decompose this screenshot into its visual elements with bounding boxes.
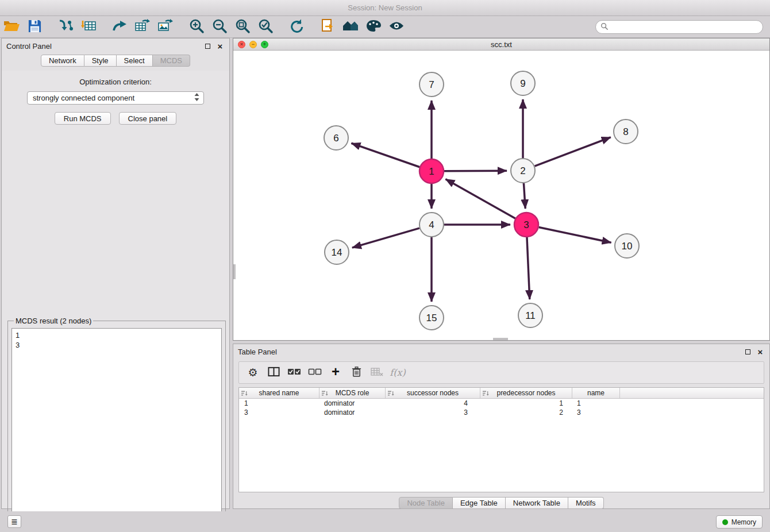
apply-layout-button[interactable]	[285, 17, 308, 37]
clipboard-button[interactable]	[316, 17, 339, 37]
function-builder-button[interactable]: f(x)	[388, 364, 407, 381]
memory-button[interactable]: Memory	[716, 515, 763, 529]
mcds-result-list[interactable]: 1 3	[11, 328, 222, 529]
close-panel-button[interactable]: ×	[215, 41, 225, 51]
node-label: 3	[523, 219, 529, 230]
column-header-successor-nodes[interactable]: successor nodes	[386, 388, 480, 398]
table-toolbar: ⚙ +	[238, 361, 764, 384]
optimization-criterion-dropdown[interactable]: strongly connected component	[27, 91, 204, 105]
import-table-button[interactable]	[77, 17, 100, 37]
export-image-button[interactable]	[154, 17, 177, 37]
show-hide-button[interactable]	[385, 17, 408, 37]
close-panel-action-button[interactable]: Close panel	[119, 112, 177, 125]
edge-4-14[interactable]	[352, 228, 419, 248]
node-10[interactable]: 10	[615, 234, 639, 258]
tab-style[interactable]: Style	[84, 55, 117, 67]
sort-icon	[322, 390, 328, 398]
table-panel-title: Table Panel	[238, 348, 740, 356]
zoom-fit-icon	[234, 18, 251, 36]
search-input[interactable]	[611, 23, 758, 31]
edge-2-3[interactable]	[523, 183, 525, 209]
minimize-window-button[interactable]: −	[249, 41, 257, 48]
node-14[interactable]: 14	[325, 240, 349, 264]
import-network-button[interactable]	[54, 17, 77, 37]
node-4[interactable]: 4	[419, 213, 444, 237]
float-panel-button[interactable]	[203, 41, 212, 51]
main-toolbar	[0, 16, 770, 38]
zoom-selected-button[interactable]	[254, 17, 277, 37]
zoom-out-button[interactable]	[208, 17, 231, 37]
run-mcds-button[interactable]: Run MCDS	[55, 112, 111, 125]
tab-motifs[interactable]: Motifs	[568, 497, 604, 509]
tab-node-table[interactable]: Node Table	[399, 497, 453, 509]
home-icon	[342, 19, 359, 34]
node-1[interactable]: 1	[419, 159, 444, 183]
network-canvas[interactable]: 7968124314101511	[233, 51, 769, 340]
node-3[interactable]: 3	[514, 213, 538, 237]
edge-3-1[interactable]	[445, 179, 515, 218]
zoom-in-button[interactable]	[185, 17, 208, 37]
memory-status-icon	[722, 519, 728, 525]
table-settings-button[interactable]: ⚙	[244, 364, 262, 381]
node-15[interactable]: 15	[419, 306, 444, 330]
edge-2-8[interactable]	[535, 137, 611, 166]
deselect-all-button[interactable]	[306, 364, 324, 381]
plus-icon: +	[332, 365, 340, 379]
task-history-button[interactable]: ≣	[7, 515, 21, 528]
open-session-button[interactable]	[0, 17, 23, 37]
float-table-panel-button[interactable]	[743, 347, 752, 356]
export-table-button[interactable]	[131, 17, 154, 37]
export-network-button[interactable]	[108, 17, 131, 37]
tab-network-table[interactable]: Network Table	[506, 497, 568, 509]
result-line: 3	[16, 340, 218, 350]
cell-mcds-role: dominator	[319, 399, 386, 407]
node-7[interactable]: 7	[419, 72, 444, 97]
close-table-panel-button[interactable]: ×	[756, 347, 765, 356]
home-button[interactable]	[339, 17, 362, 37]
column-header-mcds-role[interactable]: MCDS role	[319, 388, 386, 398]
edge-1-6[interactable]	[351, 143, 419, 167]
open-folder-icon	[3, 19, 20, 34]
node-11[interactable]: 11	[518, 303, 542, 327]
column-header-name[interactable]: name	[572, 388, 620, 398]
node-6[interactable]: 6	[324, 126, 348, 150]
edge-3-11[interactable]	[527, 237, 530, 299]
add-column-button[interactable]: +	[326, 364, 345, 381]
node-8[interactable]: 8	[614, 119, 638, 144]
style-button[interactable]	[362, 17, 385, 37]
tab-network[interactable]: Network	[41, 55, 84, 67]
cell-mcds-role: dominator	[319, 408, 386, 417]
select-all-button[interactable]	[285, 364, 303, 381]
node-9[interactable]: 9	[511, 71, 535, 95]
toolbar-search-field[interactable]	[595, 20, 763, 34]
table-row[interactable]: 3 dominator 3 2 3	[239, 408, 764, 417]
column-header-predecessor-nodes[interactable]: predecessor nodes	[480, 388, 572, 398]
cell-successor-nodes: 4	[386, 399, 480, 407]
delete-table-button[interactable]	[368, 364, 386, 381]
column-header-shared-name[interactable]: shared name	[239, 388, 319, 398]
tab-mcds[interactable]: MCDS	[153, 55, 190, 67]
node-label: 9	[520, 78, 525, 89]
delete-column-button[interactable]	[347, 364, 365, 381]
zoom-fit-button[interactable]	[231, 17, 254, 37]
cell-name: 1	[572, 399, 620, 407]
node-label: 10	[622, 241, 633, 252]
close-window-button[interactable]: ×	[238, 41, 245, 48]
deselect-all-checkboxes-icon	[308, 368, 322, 377]
node-2[interactable]: 2	[511, 159, 535, 183]
vertical-scrollbar-handle[interactable]	[233, 264, 236, 279]
node-label: 6	[333, 133, 338, 144]
network-window-titlebar[interactable]: × − + scc.txt	[233, 38, 769, 51]
table-row[interactable]: 1 dominator 4 1 1	[239, 399, 764, 408]
edge-3-10[interactable]	[539, 228, 611, 243]
application-window: Session: New Session	[0, 0, 770, 532]
cell-predecessor-nodes: 1	[480, 399, 572, 407]
zoom-selected-icon	[257, 18, 274, 36]
zoom-window-button[interactable]: +	[261, 41, 268, 48]
tab-edge-table[interactable]: Edge Table	[453, 497, 506, 509]
edge-1-2[interactable]	[444, 171, 507, 171]
save-session-button[interactable]	[23, 17, 46, 37]
horizontal-scrollbar-handle[interactable]	[493, 338, 508, 340]
show-columns-button[interactable]	[264, 364, 283, 381]
tab-select[interactable]: Select	[117, 55, 153, 67]
